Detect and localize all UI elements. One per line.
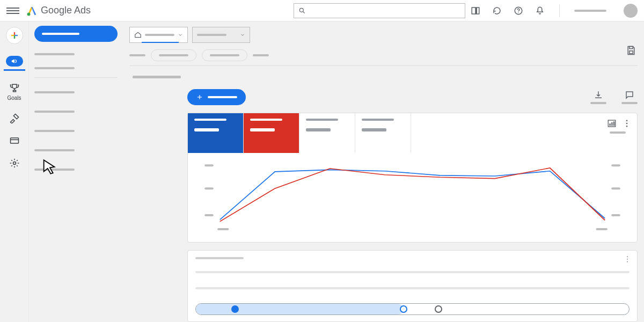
chevron-down-icon: [240, 32, 245, 38]
rail-item-goals[interactable]: Goals: [4, 83, 25, 101]
sidebar-item[interactable]: [34, 47, 118, 61]
panel-icon[interactable]: [471, 6, 480, 16]
more-icon[interactable]: [622, 119, 632, 128]
refresh-icon[interactable]: [492, 6, 502, 16]
svg-point-35: [627, 261, 628, 262]
svg-rect-27: [204, 187, 214, 189]
svg-point-23: [626, 123, 628, 125]
svg-line-2: [303, 11, 305, 13]
separator: [559, 4, 560, 17]
svg-rect-19: [610, 123, 611, 126]
rail-item-tools[interactable]: [4, 113, 25, 123]
feedback-icon: [625, 90, 634, 100]
svg-point-0: [27, 12, 31, 16]
filter-suffix: [253, 54, 269, 56]
sidebar-primary[interactable]: [34, 26, 118, 42]
svg-point-24: [626, 126, 628, 127]
cursor-icon: [41, 158, 59, 176]
top-icon-bar: [471, 4, 638, 18]
filter-bar: [129, 49, 638, 61]
segment-icon[interactable]: [607, 119, 617, 128]
filter-chip[interactable]: [202, 49, 247, 61]
scorecard[interactable]: [299, 113, 355, 153]
svg-rect-30: [611, 214, 620, 216]
scorecard[interactable]: [188, 113, 244, 153]
svg-rect-25: [204, 164, 214, 166]
svg-rect-32: [596, 228, 608, 230]
progress-bar[interactable]: [195, 303, 630, 315]
primary-action-button[interactable]: [187, 89, 246, 105]
progress-card: [187, 250, 638, 322]
feedback-button[interactable]: [621, 90, 638, 104]
sidebar-item[interactable]: [34, 105, 118, 119]
svg-rect-31: [217, 228, 229, 230]
search-icon: [298, 7, 306, 14]
brand-logo[interactable]: Google Ads: [26, 5, 91, 17]
scorecard[interactable]: [244, 113, 299, 153]
panel-row: [195, 271, 630, 273]
megaphone-icon: [11, 57, 18, 65]
avatar[interactable]: [624, 4, 638, 18]
svg-rect-11: [10, 138, 18, 143]
svg-point-13: [13, 162, 16, 165]
tools-icon: [9, 113, 20, 123]
search-input[interactable]: [294, 3, 465, 18]
panel-row: [195, 287, 630, 289]
rail-item-label: Goals: [7, 95, 21, 101]
secondary-selector[interactable]: [192, 27, 250, 43]
menu-icon[interactable]: [6, 8, 19, 14]
download-button[interactable]: [590, 90, 606, 104]
plus-icon: [196, 93, 203, 101]
panel-title: [195, 257, 244, 259]
account-label[interactable]: [574, 10, 606, 12]
sidebar-item[interactable]: [34, 124, 118, 138]
separator: [34, 77, 118, 78]
filter-chip[interactable]: [151, 49, 196, 61]
google-ads-logo-icon: [26, 5, 38, 17]
section-title: [133, 76, 181, 78]
chevron-down-icon: [178, 32, 183, 38]
scorecard[interactable]: [355, 113, 411, 153]
top-bar: Google Ads: [0, 0, 644, 21]
svg-rect-29: [204, 214, 214, 216]
rail-item-admin[interactable]: [4, 158, 25, 169]
line-chart: [194, 157, 631, 232]
svg-point-22: [626, 120, 628, 121]
sidebar-item[interactable]: [34, 85, 118, 99]
rail-item-billing[interactable]: [4, 135, 25, 146]
svg-rect-20: [611, 122, 612, 126]
svg-rect-26: [611, 164, 620, 166]
svg-point-34: [627, 259, 628, 260]
notifications-icon[interactable]: [535, 6, 545, 16]
svg-rect-4: [475, 8, 477, 14]
svg-rect-21: [613, 121, 614, 126]
svg-rect-28: [611, 187, 620, 189]
trophy-icon: [9, 83, 20, 93]
main-content: [123, 21, 644, 322]
scorecard-row: [188, 113, 637, 153]
gear-icon: [9, 158, 20, 169]
sidebar-item[interactable]: [34, 61, 118, 75]
svg-point-33: [627, 256, 628, 257]
brand-product: Ads: [74, 5, 91, 16]
brand-name: Google: [41, 5, 72, 16]
rail-item-campaigns[interactable]: [4, 56, 25, 71]
plus-icon: [10, 31, 19, 40]
help-icon[interactable]: [514, 6, 523, 16]
svg-point-1: [299, 8, 303, 12]
svg-rect-14: [630, 47, 633, 49]
chart-card: [187, 113, 638, 243]
card-icon: [9, 135, 20, 146]
home-icon: [134, 31, 142, 39]
svg-point-6: [518, 12, 519, 13]
more-icon[interactable]: [623, 255, 632, 264]
scope-selector[interactable]: [129, 27, 188, 43]
nav-rail: Goals: [0, 21, 29, 322]
filter-prefix: [129, 54, 145, 56]
save-icon[interactable]: [626, 45, 636, 56]
create-button[interactable]: [6, 27, 23, 44]
sidebar-item[interactable]: [34, 143, 118, 157]
svg-rect-15: [630, 51, 633, 54]
download-icon: [594, 90, 603, 100]
